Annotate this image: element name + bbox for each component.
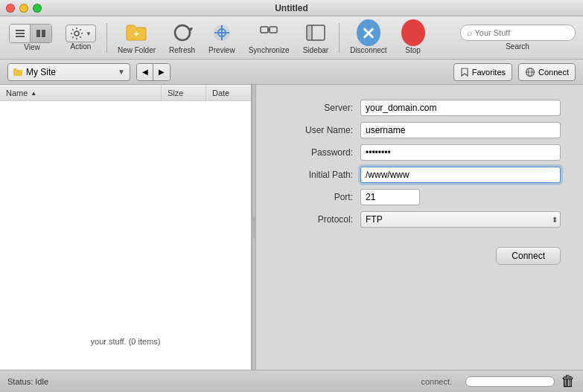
date-column-header[interactable]: Date [206,85,251,101]
progress-bar [465,376,555,387]
sub-toolbar: My Site ▼ ◀ ▶ Favorites Connect [0,60,583,85]
refresh-button[interactable]: Refresh [163,18,201,57]
favorites-button[interactable]: Favorites [453,63,512,81]
nav-buttons[interactable]: ◀ ▶ [136,63,171,81]
sidebar-label: Sidebar [303,46,328,54]
refresh-label: Refresh [169,46,195,54]
initial-path-input[interactable] [360,167,561,183]
site-selector[interactable]: My Site ▼ [7,63,130,81]
svg-point-5 [74,31,79,36]
globe-icon [525,67,535,77]
forward-button[interactable]: ▶ [153,64,170,80]
search-box[interactable]: ⌕ [460,25,576,41]
site-name: My Site [26,67,115,77]
search-area: ⌕ Search [458,25,577,51]
new-folder-label: New Folder [118,46,156,54]
protocol-select-wrapper: FTP SFTP FTP with TLS/SSL WebDAV ⬍ [360,211,561,228]
refresh-icon [171,21,194,45]
disconnect-icon [357,21,380,45]
disconnect-label: Disconnect [350,46,386,54]
connect-top-button[interactable]: Connect [518,63,576,81]
initial-path-label: Initial Path: [278,170,360,180]
back-button[interactable]: ◀ [137,64,153,80]
status-text: Status: Idle [7,377,48,386]
svg-rect-2 [16,36,25,37]
server-label: Server: [278,103,360,113]
toolbar-separator-1 [106,23,107,53]
file-list-header: Name ▲ Size Date [0,85,251,101]
disconnect-button[interactable]: Disconnect [344,18,392,57]
protocol-row: Protocol: FTP SFTP FTP with TLS/SSL WebD… [278,211,561,228]
connect-top-label: Connect [538,68,569,77]
svg-rect-4 [42,30,45,37]
window-controls[interactable] [6,4,42,13]
new-folder-button[interactable]: + New Folder [112,18,162,57]
new-folder-icon: + [124,21,148,45]
protocol-select[interactable]: FTP SFTP FTP with TLS/SSL WebDAV [360,211,561,228]
port-row: Port: [278,189,561,205]
name-column-header[interactable]: Name ▲ [0,85,162,101]
sidebar-icon [304,21,328,45]
preview-icon [210,21,234,45]
port-label: Port: [278,192,360,202]
port-input[interactable] [360,189,420,205]
site-selector-arrow: ▼ [118,68,125,76]
svg-text:+: + [134,29,139,39]
svg-rect-13 [270,27,277,33]
folder-small-icon [13,67,23,77]
main-content: Name ▲ Size Date your stuff. (0 items) S… [0,85,583,370]
password-label: Password: [278,147,360,158]
trash-icon[interactable]: 🗑 [561,373,576,390]
stop-label: Stop [405,46,421,54]
svg-rect-12 [261,27,268,33]
view-columns-button[interactable] [31,25,51,42]
toolbar-separator-2 [339,23,340,53]
synchronize-icon [257,21,281,45]
view-list-button[interactable] [10,25,31,42]
status-right: connect. 🗑 [421,373,576,390]
svg-rect-1 [16,33,25,34]
preview-button[interactable]: Preview [203,18,241,57]
titlebar: Untitled [0,0,583,16]
search-input[interactable] [475,28,557,37]
initial-path-row: Initial Path: [278,167,561,183]
search-icon: ⌕ [467,28,472,38]
sidebar-button[interactable]: Sidebar [297,18,334,57]
view-toggle-group[interactable] [9,24,52,43]
view-label: View [24,43,40,51]
server-row: Server: [278,100,561,116]
synchronize-label: Synchronize [249,46,290,54]
file-list-body [0,101,251,370]
synchronize-button[interactable]: Synchronize [243,18,296,57]
maximize-button[interactable] [33,4,42,13]
action-label: Action [71,42,92,51]
close-button[interactable] [6,4,15,13]
connect-note: connect. [421,377,452,386]
items-count: your stuff. (0 items) [0,337,251,346]
window-title: Untitled [275,3,308,13]
sort-arrow-icon: ▲ [31,90,36,97]
connect-main-button[interactable]: Connect [496,247,561,265]
svg-rect-3 [36,30,40,37]
svg-rect-19 [308,26,311,39]
main-toolbar: View ▼ Action + New Folder [0,16,583,60]
statusbar: Status: Idle connect. 🗑 [0,370,583,392]
username-input[interactable] [360,122,561,138]
password-input[interactable] [360,144,561,161]
username-row: User Name: [278,122,561,138]
connection-panel: Server: User Name: Password: Initial Pat… [256,85,583,370]
search-label: Search [506,42,529,51]
svg-rect-0 [16,30,25,31]
minimize-button[interactable] [19,4,28,13]
password-row: Password: [278,144,561,161]
size-column-header[interactable]: Size [162,85,206,101]
stop-icon [401,21,425,45]
username-label: User Name: [278,125,360,135]
action-dropdown-arrow: ▼ [86,30,92,37]
action-button[interactable]: ▼ Action [60,22,102,54]
preview-label: Preview [208,46,235,54]
bookmark-icon [460,68,469,77]
stop-button[interactable]: Stop [395,18,432,57]
server-input[interactable] [360,100,561,116]
protocol-label: Protocol: [278,214,360,225]
